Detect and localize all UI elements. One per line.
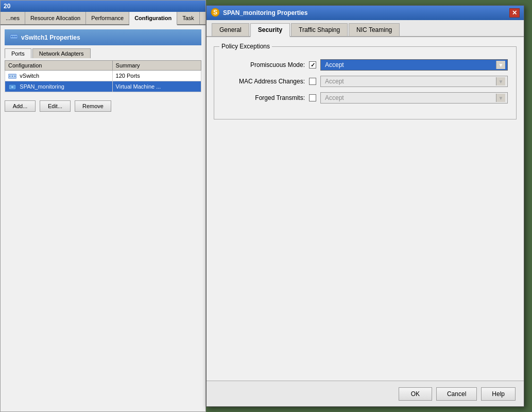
- modal-titlebar: S SPAN_monitoring Properties ✕: [207, 6, 524, 20]
- tab-general[interactable]: General: [212, 23, 249, 36]
- span-config-cell: SPAN_monitoring: [5, 81, 113, 92]
- cancel-button[interactable]: Cancel: [436, 387, 477, 401]
- svg-point-7: [14, 76, 15, 77]
- table-row[interactable]: vSwitch 120 Ports: [5, 71, 201, 81]
- mac-address-changes-checkbox[interactable]: [309, 78, 316, 85]
- port-table: Configuration Summary vS: [5, 60, 201, 92]
- modal-tabs: General Security Traffic Shaping NIC Tea…: [207, 20, 524, 37]
- forged-transmits-label: Forged Transmits:: [222, 94, 305, 101]
- modal-title-text: SPAN_monitoring Properties: [223, 9, 307, 16]
- svg-point-3: [15, 36, 17, 38]
- forged-transmits-value: Accept: [323, 94, 496, 101]
- help-button[interactable]: Help: [481, 387, 516, 401]
- mac-address-changes-label: MAC Address Changes:: [222, 78, 305, 85]
- svg-point-6: [12, 76, 13, 77]
- tab-task[interactable]: Task: [177, 12, 200, 24]
- svg-point-1: [11, 36, 13, 38]
- mac-address-changes-value: Accept: [323, 78, 496, 85]
- bg-tabs: ...nes Resource Allocation Performance C…: [1, 12, 205, 25]
- tab-resource-allocation[interactable]: Resource Allocation: [25, 12, 86, 24]
- vswitch-properties-title: vSwitch1 Properties: [5, 29, 201, 45]
- policy-exceptions-group: Policy Exceptions Promiscuous Mode: ✓ Ac…: [214, 46, 517, 119]
- tab-configuration[interactable]: Configuration: [129, 12, 177, 25]
- sub-tab-ports[interactable]: Ports: [5, 48, 31, 58]
- vswitch-config-cell: vSwitch: [5, 71, 113, 81]
- background-window: 20 ...nes Resource Allocation Performanc…: [0, 0, 206, 412]
- promiscuous-mode-label: Promiscuous Mode:: [222, 61, 305, 68]
- edit-button[interactable]: Edit...: [40, 100, 71, 112]
- remove-button[interactable]: Remove: [75, 100, 111, 112]
- svg-text:S: S: [213, 9, 217, 16]
- vswitch-title-text: vSwitch1 Properties: [21, 34, 80, 41]
- span-summary-cell: Virtual Machine ...: [112, 81, 201, 92]
- add-button[interactable]: Add...: [5, 100, 36, 112]
- modal-title-icon: S: [211, 8, 220, 19]
- svg-point-2: [13, 36, 15, 38]
- mac-address-changes-select: Accept ▼: [320, 76, 508, 87]
- tab-nes[interactable]: ...nes: [1, 12, 25, 24]
- table-row[interactable]: SPAN_monitoring Virtual Machine ...: [5, 81, 201, 92]
- promiscuous-mode-checkbox[interactable]: ✓: [309, 61, 316, 68]
- vswitch-row-icon: [8, 72, 20, 79]
- bg-title: 20: [4, 3, 10, 10]
- modal-close-button[interactable]: ✕: [509, 8, 520, 18]
- vswitch-icon: [10, 32, 18, 42]
- col-summary: Summary: [112, 61, 201, 71]
- policy-exceptions-legend: Policy Exceptions: [219, 43, 272, 50]
- modal-title-left: S SPAN_monitoring Properties: [211, 8, 307, 19]
- svg-point-5: [9, 76, 10, 77]
- forged-transmits-dropdown-arrow: ▼: [496, 94, 505, 102]
- modal-body: Policy Exceptions Promiscuous Mode: ✓ Ac…: [207, 37, 524, 127]
- span-row-icon: [8, 83, 20, 90]
- ok-button[interactable]: OK: [399, 387, 432, 401]
- promiscuous-mode-row: Promiscuous Mode: ✓ Accept ▼: [222, 59, 508, 71]
- bg-titlebar: 20: [1, 1, 205, 12]
- modal-dialog: S SPAN_monitoring Properties ✕ General S…: [206, 5, 524, 407]
- promiscuous-mode-value: Accept: [323, 61, 496, 68]
- forged-transmits-select: Accept ▼: [320, 92, 508, 104]
- svg-point-9: [11, 85, 14, 89]
- forged-transmits-row: Forged Transmits: Accept ▼: [222, 92, 508, 104]
- mac-address-changes-dropdown-arrow: ▼: [496, 77, 505, 85]
- sub-tabs: Ports Network Adapters: [5, 48, 201, 58]
- mac-address-changes-row: MAC Address Changes: Accept ▼: [222, 76, 508, 87]
- tab-traffic-shaping[interactable]: Traffic Shaping: [291, 23, 348, 36]
- sub-tab-network-adapters[interactable]: Network Adapters: [32, 48, 91, 58]
- promiscuous-mode-select[interactable]: Accept ▼: [320, 59, 508, 71]
- button-row: Add... Edit... Remove: [5, 96, 201, 116]
- col-configuration: Configuration: [5, 61, 113, 71]
- forged-transmits-checkbox[interactable]: [309, 94, 316, 101]
- checkmark-icon: ✓: [311, 62, 315, 68]
- promiscuous-mode-dropdown-arrow[interactable]: ▼: [496, 61, 505, 69]
- tab-performance[interactable]: Performance: [86, 12, 129, 24]
- modal-footer: OK Cancel Help: [207, 381, 524, 406]
- vswitch-summary-cell: 120 Ports: [112, 71, 201, 81]
- tab-security[interactable]: Security: [250, 23, 290, 37]
- bg-content: vSwitch1 Properties Ports Network Adapte…: [1, 25, 205, 120]
- tab-nic-teaming[interactable]: NIC Teaming: [349, 23, 400, 36]
